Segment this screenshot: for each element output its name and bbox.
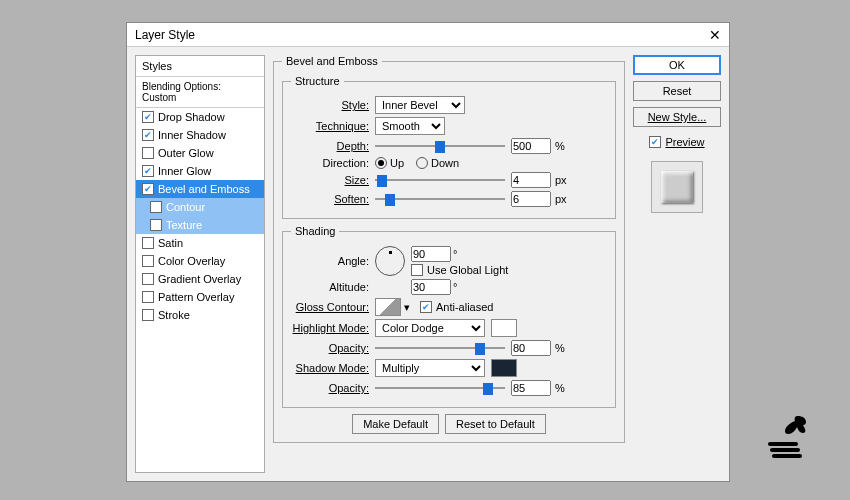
style-item-gradient-overlay[interactable]: Gradient Overlay [136,270,264,288]
style-checkbox[interactable] [142,237,154,249]
depth-unit: % [555,140,565,152]
highlight-opacity-label: Opacity: [291,342,369,354]
gloss-label: Gloss Contour: [291,301,369,313]
style-item-pattern-overlay[interactable]: Pattern Overlay [136,288,264,306]
angle-label: Angle: [291,255,369,267]
style-checkbox[interactable] [142,273,154,285]
style-checkbox[interactable] [142,111,154,123]
highlight-color[interactable] [491,319,517,337]
style-item-satin[interactable]: Satin [136,234,264,252]
shadow-color[interactable] [491,359,517,377]
style-item-label: Color Overlay [158,255,225,267]
new-style-button[interactable]: New Style... [633,107,721,127]
style-item-outer-glow[interactable]: Outer Glow [136,144,264,162]
style-item-label: Outer Glow [158,147,214,159]
style-item-texture[interactable]: Texture [136,216,264,234]
style-item-inner-shadow[interactable]: Inner Shadow [136,126,264,144]
style-checkbox[interactable] [150,219,162,231]
direction-label: Direction: [291,157,369,169]
angle-input[interactable] [411,246,451,262]
make-default-button[interactable]: Make Default [352,414,439,434]
style-item-stroke[interactable]: Stroke [136,306,264,324]
style-item-contour[interactable]: Contour [136,198,264,216]
size-input[interactable] [511,172,551,188]
style-item-bevel-and-emboss[interactable]: Bevel and Emboss [136,180,264,198]
style-item-label: Texture [166,219,202,231]
technique-select[interactable]: Smooth [375,117,445,135]
altitude-label: Altitude: [291,281,369,293]
structure-title: Structure [291,75,344,87]
ok-button[interactable]: OK [633,55,721,75]
shadow-opacity-slider[interactable] [375,381,505,395]
shadow-opacity-input[interactable] [511,380,551,396]
style-checkbox[interactable] [142,147,154,159]
reset-button[interactable]: Reset [633,81,721,101]
shading-title: Shading [291,225,339,237]
preview-thumbnail [651,161,703,213]
direction-down-radio[interactable] [416,157,428,169]
soften-label: Soften: [291,193,369,205]
style-item-label: Drop Shadow [158,111,225,123]
reset-default-button[interactable]: Reset to Default [445,414,546,434]
window-title: Layer Style [135,28,195,42]
antialiased-checkbox[interactable] [420,301,432,313]
style-item-label: Inner Glow [158,165,211,177]
svg-rect-2 [772,454,802,458]
structure-group: Structure Style: Inner Bevel Technique: … [282,75,616,219]
style-label: Style: [291,99,369,111]
soften-slider[interactable] [375,192,505,206]
shadow-mode-select[interactable]: Multiply [375,359,485,377]
svg-rect-1 [770,448,800,452]
bevel-emboss-group: Bevel and Emboss Structure Style: Inner … [273,55,625,443]
main-panel: Bevel and Emboss Structure Style: Inner … [273,55,625,473]
style-item-inner-glow[interactable]: Inner Glow [136,162,264,180]
soften-input[interactable] [511,191,551,207]
style-item-label: Inner Shadow [158,129,226,141]
style-checkbox[interactable] [142,165,154,177]
style-item-label: Gradient Overlay [158,273,241,285]
close-icon[interactable]: ✕ [709,27,721,43]
global-light-checkbox[interactable] [411,264,423,276]
depth-label: Depth: [291,140,369,152]
altitude-input[interactable] [411,279,451,295]
depth-input[interactable] [511,138,551,154]
style-item-drop-shadow[interactable]: Drop Shadow [136,108,264,126]
size-slider[interactable] [375,173,505,187]
technique-label: Technique: [291,120,369,132]
angle-dial[interactable] [375,246,405,276]
style-checkbox[interactable] [142,291,154,303]
style-checkbox[interactable] [142,129,154,141]
svg-rect-0 [768,442,798,446]
bevel-title: Bevel and Emboss [282,55,382,67]
right-panel: OK Reset New Style... Preview [633,55,721,473]
shading-group: Shading Angle: ° Use Global Light [282,225,616,408]
layer-style-dialog: Layer Style ✕ Styles Blending Options: C… [126,22,730,482]
watermark-logo-icon [760,412,816,462]
gloss-contour-picker[interactable] [375,298,401,316]
depth-slider[interactable] [375,139,505,153]
shadow-mode-label: Shadow Mode: [291,362,369,374]
titlebar: Layer Style ✕ [127,23,729,47]
style-checkbox[interactable] [142,183,154,195]
style-item-label: Contour [166,201,205,213]
style-checkbox[interactable] [142,309,154,321]
style-checkbox[interactable] [150,201,162,213]
style-item-label: Pattern Overlay [158,291,234,303]
highlight-opacity-slider[interactable] [375,341,505,355]
highlight-opacity-input[interactable] [511,340,551,356]
style-item-color-overlay[interactable]: Color Overlay [136,252,264,270]
highlight-mode-select[interactable]: Color Dodge [375,319,485,337]
preview-checkbox[interactable] [649,136,661,148]
size-label: Size: [291,174,369,186]
style-checkbox[interactable] [142,255,154,267]
highlight-mode-label: Highlight Mode: [291,322,369,334]
direction-up-radio[interactable] [375,157,387,169]
blending-options[interactable]: Blending Options: Custom [136,77,264,108]
style-item-label: Satin [158,237,183,249]
style-item-label: Bevel and Emboss [158,183,250,195]
styles-header[interactable]: Styles [136,56,264,77]
style-select[interactable]: Inner Bevel [375,96,465,114]
style-item-label: Stroke [158,309,190,321]
shadow-opacity-label: Opacity: [291,382,369,394]
styles-list: Styles Blending Options: Custom Drop Sha… [135,55,265,473]
